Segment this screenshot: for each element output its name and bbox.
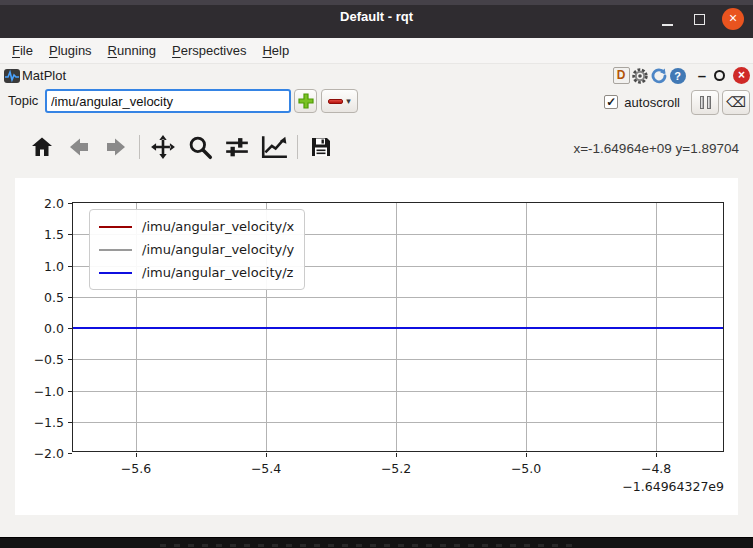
autoscroll-label: autoscroll [624, 95, 680, 110]
window-title: Default - rqt [0, 9, 753, 24]
window-titlebar: Default - rqt × [0, 0, 753, 38]
plugin-titlebar: MatPlot D ? – × [0, 64, 753, 88]
legend-label: /imu/angular_velocity/z [142, 265, 293, 280]
y-tick-label: 1.5 [44, 227, 64, 242]
pause-icon [700, 96, 711, 109]
toolbar-separator [297, 135, 298, 159]
pan-button[interactable] [149, 133, 177, 161]
topic-input[interactable] [45, 89, 291, 113]
save-icon [309, 135, 333, 159]
reload-icon[interactable] [651, 67, 668, 84]
y-tick-label: −2.0 [34, 446, 64, 461]
window-close-button[interactable]: × [717, 0, 751, 38]
y-tick-mark [68, 391, 72, 392]
home-button[interactable] [28, 133, 56, 161]
y-tick-label: 1.0 [44, 258, 64, 273]
line-chart-icon [260, 134, 288, 160]
plugin-close-icon[interactable]: × [733, 67, 750, 84]
menu-item-help[interactable]: Help [254, 39, 297, 62]
plot-canvas[interactable]: −5.6−5.4−5.2−5.0−4.82.01.51.00.50.0−0.5−… [15, 178, 738, 515]
legend-line-swatch [99, 272, 132, 274]
menu-item-perspectives[interactable]: Perspectives [164, 39, 254, 62]
y-tick-label: −1.0 [34, 383, 64, 398]
menu-item-plugins[interactable]: Plugins [41, 39, 100, 62]
y-tick-mark [68, 359, 72, 360]
x-tick-mark [266, 453, 267, 457]
home-icon [30, 135, 54, 159]
forward-arrow-icon [104, 135, 128, 159]
x-tick-mark [396, 453, 397, 457]
legend-line-swatch [99, 226, 132, 228]
mpl-toolbar [28, 133, 335, 161]
y-tick-mark [68, 203, 72, 204]
save-button[interactable] [307, 133, 335, 161]
series-line-z [73, 327, 723, 329]
sliders-icon [224, 134, 250, 160]
add-topic-button[interactable] [294, 89, 317, 113]
window-minimize-button[interactable] [653, 0, 683, 38]
background-window-text-blur [160, 544, 580, 547]
plugin-minimize-icon[interactable]: – [698, 67, 706, 84]
plot-axes: −5.6−5.4−5.2−5.0−4.82.01.51.00.50.0−0.5−… [72, 202, 724, 452]
back-arrow-icon [67, 135, 91, 159]
menu-item-running[interactable]: Running [100, 39, 164, 62]
y-tick-label: 2.0 [44, 196, 64, 211]
legend-line-swatch [99, 249, 132, 251]
y-tick-label: 0.0 [44, 321, 64, 336]
y-tick-mark [68, 422, 72, 423]
legend-entry: /imu/angular_velocity/y [99, 238, 294, 261]
legend-label: /imu/angular_velocity/y [142, 242, 294, 257]
plugin-float-icon[interactable] [714, 70, 725, 81]
y-tick-mark [68, 328, 72, 329]
edit-axes-button[interactable] [260, 133, 288, 161]
y-tick-mark [68, 453, 72, 454]
y-gridline [73, 422, 723, 423]
zoom-button[interactable] [186, 133, 214, 161]
x-tick-mark [656, 453, 657, 457]
rqt-window: Default - rqt × FilePluginsRunningPerspe… [0, 0, 753, 548]
background-window-strip [0, 537, 753, 548]
legend-label: /imu/angular_velocity/x [142, 219, 294, 234]
maximize-icon [694, 14, 705, 25]
configure-subplots-button[interactable] [223, 133, 251, 161]
autoscroll-checkbox[interactable]: ✓ [604, 95, 618, 109]
y-tick-mark [68, 297, 72, 298]
topic-label: Topic [8, 93, 38, 108]
plot-legend: /imu/angular_velocity/x/imu/angular_velo… [89, 209, 305, 290]
minimize-icon [662, 24, 673, 26]
menu-item-file[interactable]: File [4, 39, 41, 62]
x-tick-mark [526, 453, 527, 457]
back-button[interactable] [65, 133, 93, 161]
topic-row: Topic ▾ ✓ autoscroll ⌫ [0, 88, 753, 116]
y-tick-label: 0.5 [44, 289, 64, 304]
toolbar-separator [139, 135, 140, 159]
legend-entry: /imu/angular_velocity/z [99, 261, 294, 284]
menu-bar: FilePluginsRunningPerspectivesHelp [0, 38, 753, 64]
forward-button[interactable] [102, 133, 130, 161]
pause-button[interactable] [691, 90, 719, 115]
dock-button[interactable]: D [613, 67, 630, 84]
x-axis-offset-label: −1.64964327e9 [622, 479, 724, 494]
x-tick-mark [136, 453, 137, 457]
matplot-plugin-icon [3, 67, 20, 84]
clear-button[interactable]: ⌫ [722, 90, 750, 115]
chevron-down-icon: ▾ [346, 96, 351, 106]
remove-topic-button[interactable]: ▾ [321, 89, 358, 113]
y-tick-mark [68, 234, 72, 235]
window-maximize-button[interactable] [685, 0, 715, 38]
y-tick-mark [68, 266, 72, 267]
cursor-coordinates: x=-1.64964e+09 y=1.89704 [573, 141, 739, 156]
x-tick-label: −5.6 [121, 461, 151, 476]
help-icon[interactable]: ? [670, 68, 686, 84]
x-tick-label: −4.8 [641, 461, 671, 476]
x-tick-label: −5.2 [381, 461, 411, 476]
y-gridline [73, 297, 723, 298]
y-gridline [73, 391, 723, 392]
legend-entry: /imu/angular_velocity/x [99, 215, 294, 238]
x-tick-label: −5.4 [251, 461, 281, 476]
minus-icon [328, 99, 343, 104]
search-icon [187, 134, 213, 160]
x-tick-label: −5.0 [511, 461, 541, 476]
y-tick-label: −1.5 [34, 414, 64, 429]
settings-gear-icon[interactable] [632, 67, 649, 84]
